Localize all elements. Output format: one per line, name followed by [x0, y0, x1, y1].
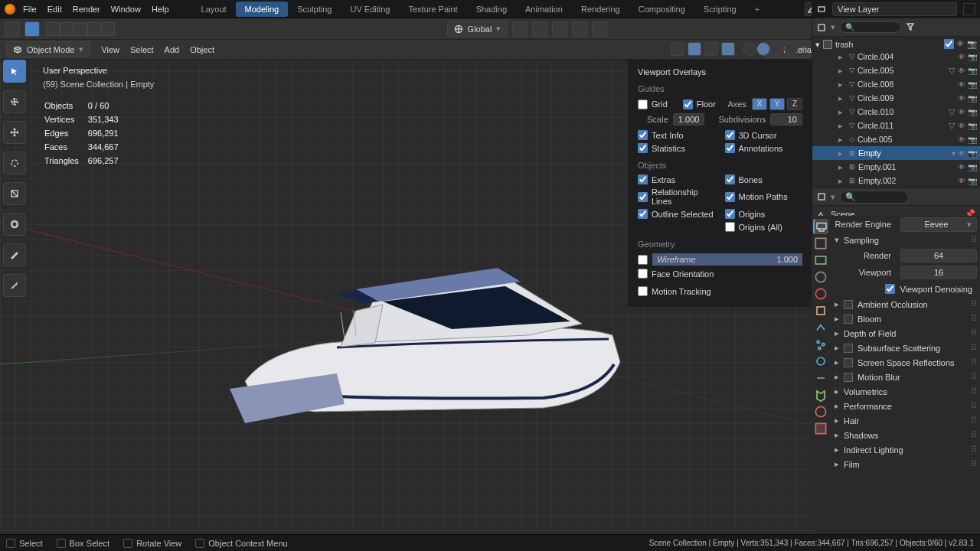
tool-annotate[interactable]	[3, 243, 26, 266]
motion-paths-checkbox[interactable]: Motion Paths	[725, 187, 803, 206]
shading-solid-icon[interactable]	[756, 42, 770, 56]
relationship-lines-checkbox[interactable]: Relationship Lines	[638, 187, 716, 206]
tab-world[interactable]	[813, 286, 828, 302]
subdiv-input[interactable]: 10	[770, 113, 802, 126]
shading-dropdown-icon[interactable]: ▾	[801, 44, 805, 54]
tool-measure[interactable]	[3, 274, 26, 297]
shading-wireframe-icon[interactable]	[743, 42, 756, 56]
tab-rendering[interactable]: Rendering	[572, 2, 629, 17]
tab-texture[interactable]	[813, 421, 828, 436]
select-tool-icon[interactable]	[24, 21, 40, 37]
snap-icon[interactable]	[532, 21, 547, 37]
gizmo-toggle-icon[interactable]	[671, 42, 684, 56]
header-object[interactable]: Object	[190, 45, 214, 54]
props-search[interactable]: 🔍	[840, 191, 909, 204]
shading-rendered-icon[interactable]	[784, 42, 798, 56]
tab-animation[interactable]: Animation	[516, 2, 572, 17]
tab-sculpting[interactable]: Sculpting	[288, 2, 341, 17]
outliner-item[interactable]: ▸⊞Empty.002👁 📷	[812, 174, 980, 187]
tab-modeling[interactable]: Modeling	[236, 2, 289, 17]
selmode-1[interactable]	[46, 22, 60, 36]
tool-transform[interactable]	[3, 213, 26, 236]
section-volumetrics[interactable]: ▸Volumetrics⠿	[833, 384, 977, 399]
snap-target-icon[interactable]	[552, 21, 567, 37]
tool-scale[interactable]	[3, 182, 26, 205]
textinfo-checkbox[interactable]: Text Info	[638, 130, 716, 140]
header-add[interactable]: Add	[165, 45, 180, 54]
floor-checkbox[interactable]: Floor	[683, 98, 719, 110]
section-screen-space-reflections[interactable]: ▸Screen Space Reflections⠿	[833, 355, 977, 370]
tab-add[interactable]: +	[746, 2, 769, 17]
viewport-samples-input[interactable]: 16	[900, 266, 977, 279]
cursor-tool-icon[interactable]	[5, 21, 20, 37]
tab-modifiers[interactable]	[813, 320, 828, 335]
editor-type-icon[interactable]	[817, 23, 826, 32]
scale-input[interactable]: 1.000	[673, 113, 705, 126]
section-motion-blur[interactable]: ▸Motion Blur⠿	[833, 370, 977, 384]
tab-layout[interactable]: Layout	[192, 2, 236, 17]
3dcursor-checkbox[interactable]: 3D Cursor	[725, 130, 803, 140]
render-engine-dropdown[interactable]: Eevee ▾	[900, 217, 977, 232]
tab-data[interactable]	[813, 387, 828, 403]
tab-output[interactable]	[813, 236, 828, 251]
outliner-item[interactable]: ▸▽Circle.011▽👁 📷	[812, 119, 980, 132]
header-view[interactable]: View	[101, 45, 119, 54]
tab-compositing[interactable]: Compositing	[629, 2, 694, 17]
motion-tracking-checkbox[interactable]: Motion Tracking	[638, 286, 802, 296]
annotations-checkbox[interactable]: Annotations	[725, 143, 803, 153]
outliner-item[interactable]: ▸⊞Empty.001👁 📷	[812, 160, 980, 174]
pivot-icon[interactable]	[512, 21, 528, 37]
section-depth-of-field[interactable]: ▸Depth of Field⠿	[833, 326, 977, 341]
viewlayer-add-icon[interactable]	[963, 3, 975, 15]
origins-all-checkbox[interactable]: Origins (All)	[725, 222, 803, 232]
proportional-falloff-icon[interactable]	[592, 21, 607, 37]
tab-shading[interactable]: Shading	[467, 2, 516, 17]
tool-select-box[interactable]	[3, 60, 26, 83]
menu-edit[interactable]: Edit	[47, 5, 62, 14]
tab-texture-paint[interactable]: Texture Paint	[399, 2, 466, 17]
tab-constraints[interactable]	[813, 370, 828, 386]
axis-x-toggle[interactable]: X	[752, 98, 767, 110]
tool-cursor[interactable]	[3, 90, 26, 113]
tab-particles[interactable]	[813, 337, 828, 352]
tool-move[interactable]	[3, 121, 26, 144]
orientation-dropdown[interactable]: Global▾	[447, 21, 508, 37]
outliner-item[interactable]: ▸▽Circle.008👁 📷	[812, 77, 980, 91]
tab-object[interactable]	[813, 303, 828, 318]
filter-icon[interactable]	[906, 21, 918, 34]
outline-selected-checkbox[interactable]: Outline Selected	[638, 209, 716, 219]
selmode-4[interactable]	[87, 22, 101, 36]
outliner-item[interactable]: ▸▽Circle.010▽👁 📷	[812, 105, 980, 119]
viewport-denoising-checkbox[interactable]	[885, 284, 895, 294]
statistics-checkbox[interactable]: Statistics	[638, 143, 716, 153]
outliner-search[interactable]: 🔍	[840, 21, 901, 33]
xray-toggle-icon[interactable]	[704, 42, 718, 56]
section-subsurface-scattering[interactable]: ▸Subsurface Scattering⠿	[833, 341, 977, 355]
tab-scripting[interactable]: Scripting	[694, 2, 746, 17]
outliner-item[interactable]: ▸◇Cube.005👁 📷	[812, 132, 980, 146]
tab-uv-editing[interactable]: UV Editing	[341, 2, 399, 17]
wireframe-checkbox[interactable]	[638, 255, 648, 265]
proportional-icon[interactable]	[572, 21, 587, 37]
face-orientation-checkbox[interactable]: Face Orientation	[638, 269, 802, 279]
extras-checkbox[interactable]: Extras	[638, 174, 716, 184]
overlay-toggle-icon[interactable]	[688, 42, 701, 56]
outliner[interactable]: ▾trash 👁 📷 ▸▽Circle.004👁 📷▸▽Circle.005▽👁…	[812, 37, 980, 187]
selmode-5[interactable]	[101, 22, 115, 36]
overlay-dropdown-icon[interactable]	[721, 42, 735, 56]
axis-z-toggle[interactable]: Z	[787, 98, 802, 110]
outliner-collection-trash[interactable]: ▾trash 👁 📷	[812, 38, 980, 50]
menu-help[interactable]: Help	[152, 5, 169, 14]
section-performance[interactable]: ▸Performance⠿	[833, 399, 977, 413]
mode-selector[interactable]: Object Mode▾	[6, 41, 90, 57]
tab-viewlayer[interactable]	[813, 253, 828, 268]
header-select[interactable]: Select	[130, 45, 154, 54]
render-samples-input[interactable]: 64	[900, 249, 977, 262]
outliner-item[interactable]: ▸⊞Empty▾ 👁 📷	[812, 146, 980, 160]
tab-physics[interactable]	[813, 354, 828, 369]
section-indirect-lighting[interactable]: ▸Indirect Lighting⠿	[833, 442, 977, 457]
selmode-3[interactable]	[74, 22, 87, 36]
viewlayer-field[interactable]: View Layer	[832, 2, 957, 16]
outliner-item[interactable]: ▸▽Circle.005▽👁 📷	[812, 64, 980, 77]
section-hair[interactable]: ▸Hair⠿	[833, 413, 977, 428]
